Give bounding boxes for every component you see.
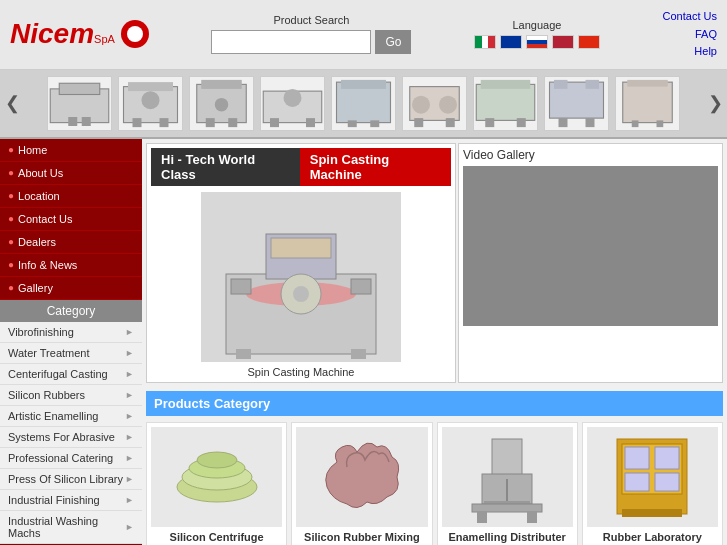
- category-silicon-rubbers[interactable]: Silicon Rubbers ►: [0, 385, 142, 406]
- feature-box: Hi - Tech World Class Spin Casting Machi…: [146, 143, 456, 383]
- cat-arrow-icon: ►: [125, 453, 134, 463]
- sidebar-item-gallery[interactable]: ● Gallery: [0, 277, 142, 300]
- svg-rect-58: [472, 504, 542, 512]
- product-name-rubber-lab: Rubber Laboratory: [587, 531, 718, 543]
- nav-location-label: Location: [18, 190, 60, 202]
- carousel-item[interactable]: [47, 76, 112, 131]
- svg-rect-46: [231, 279, 251, 294]
- category-vibrofinishing[interactable]: Vibrofinishing ►: [0, 322, 142, 343]
- nav-contact-label: Contact Us: [18, 213, 72, 225]
- product-card-rubber-lab[interactable]: Rubber Laboratory: [582, 422, 723, 545]
- sidebar-item-home[interactable]: ● Home: [0, 139, 142, 162]
- svg-rect-12: [228, 118, 237, 127]
- svg-rect-38: [632, 120, 639, 127]
- video-player[interactable]: [463, 166, 718, 326]
- product-card-silicon-rubber[interactable]: Silicon Rubber Mixing: [291, 422, 432, 545]
- svg-rect-19: [341, 80, 386, 89]
- svg-rect-3: [82, 117, 91, 126]
- help-link[interactable]: Help: [663, 43, 717, 61]
- cat-label: Systems For Abrasive: [8, 431, 115, 443]
- language-area: Language: [474, 19, 600, 49]
- products-section: Products Category Silicon Centrifuge Cas…: [142, 387, 727, 545]
- carousel-item[interactable]: [473, 76, 538, 131]
- faq-link[interactable]: FAQ: [663, 26, 717, 44]
- category-water-treatment[interactable]: Water Treatment ►: [0, 343, 142, 364]
- sidebar-item-contact[interactable]: ● Contact Us: [0, 208, 142, 231]
- flag-usa[interactable]: [552, 35, 574, 49]
- carousel-prev-button[interactable]: ❮: [0, 92, 24, 114]
- svg-rect-8: [160, 118, 169, 127]
- sidebar-item-about[interactable]: ● About Us: [0, 162, 142, 185]
- nav-news-label: Info & News: [18, 259, 77, 271]
- flag-uk[interactable]: [500, 35, 522, 49]
- svg-rect-16: [270, 118, 279, 127]
- svg-point-6: [142, 91, 160, 109]
- carousel-item[interactable]: [331, 76, 396, 131]
- svg-point-49: [293, 286, 309, 302]
- product-card-enamelling[interactable]: Enamelling Distributer Machines: [437, 422, 578, 545]
- header: NicemSpA Product Search Go Language Cont…: [0, 0, 727, 70]
- search-input[interactable]: [211, 30, 371, 54]
- category-industrial-finishing[interactable]: Industrial Finishing ►: [0, 490, 142, 511]
- svg-rect-37: [627, 80, 668, 87]
- nav-dealers-label: Dealers: [18, 236, 56, 248]
- category-press[interactable]: Press Of Silicon Library ►: [0, 469, 142, 490]
- product-card-silicon-centrifuge[interactable]: Silicon Centrifuge Casting: [146, 422, 287, 545]
- svg-rect-64: [655, 447, 679, 469]
- nav-bullet: ●: [8, 190, 14, 201]
- svg-rect-66: [655, 473, 679, 491]
- sidebar-item-location[interactable]: ● Location: [0, 185, 142, 208]
- carousel-item[interactable]: [189, 76, 254, 131]
- svg-point-15: [284, 89, 302, 107]
- contact-us-link[interactable]: Contact Us: [663, 8, 717, 26]
- cat-label: Vibrofinishing: [8, 326, 74, 338]
- nav-home-label: Home: [18, 144, 47, 156]
- cat-arrow-icon: ►: [125, 522, 134, 532]
- category-centerifugal[interactable]: Centerifugal Casting ►: [0, 364, 142, 385]
- nav-bullet: ●: [8, 282, 14, 293]
- svg-rect-2: [68, 117, 77, 126]
- svg-rect-59: [477, 511, 487, 523]
- svg-rect-1: [59, 83, 100, 94]
- search-button[interactable]: Go: [375, 30, 411, 54]
- flag-china[interactable]: [578, 35, 600, 49]
- flag-italy[interactable]: [474, 35, 496, 49]
- language-label: Language: [474, 19, 600, 31]
- svg-rect-17: [306, 118, 315, 127]
- sidebar-item-news[interactable]: ● Info & News: [0, 254, 142, 277]
- nav-bullet: ●: [8, 259, 14, 270]
- svg-rect-34: [559, 118, 568, 127]
- sidebar-item-dealers[interactable]: ● Dealers: [0, 231, 142, 254]
- svg-rect-10: [201, 80, 242, 89]
- svg-rect-7: [133, 118, 142, 127]
- silicon-rubber-img: [317, 432, 407, 522]
- product-name-enamelling: Enamelling Distributer Machines: [442, 531, 573, 545]
- nav-bullet: ●: [8, 213, 14, 224]
- category-abrasive[interactable]: Systems For Abrasive ►: [0, 427, 142, 448]
- carousel-next-button[interactable]: ❯: [703, 92, 727, 114]
- carousel-item[interactable]: [615, 76, 680, 131]
- logo-circle-inner: [127, 26, 143, 42]
- flag-russia[interactable]: [526, 35, 548, 49]
- svg-rect-36: [623, 82, 673, 123]
- category-artistic[interactable]: Artistic Enamelling ►: [0, 406, 142, 427]
- carousel-item[interactable]: [402, 76, 467, 131]
- main-content: ● Home ● About Us ● Location ● Contact U…: [0, 139, 727, 545]
- carousel-item[interactable]: [544, 76, 609, 131]
- top-content: Hi - Tech World Class Spin Casting Machi…: [142, 139, 727, 387]
- carousel-item[interactable]: [118, 76, 183, 131]
- svg-rect-44: [271, 238, 331, 258]
- feature-title-red: Spin Casting Machine: [300, 148, 451, 186]
- feature-image: [201, 192, 401, 362]
- silicon-centrifuge-img: [172, 432, 262, 522]
- svg-rect-65: [625, 473, 649, 491]
- category-washing[interactable]: Industrial Washing Machs ►: [0, 511, 142, 544]
- svg-rect-33: [586, 80, 600, 89]
- logo-circle: [121, 20, 149, 48]
- cat-label: Centerifugal Casting: [8, 368, 108, 380]
- svg-rect-28: [481, 80, 531, 89]
- carousel-item[interactable]: [260, 76, 325, 131]
- product-image-rubber-lab: [587, 427, 718, 527]
- svg-point-23: [412, 95, 430, 113]
- category-catering[interactable]: Professional Catering ►: [0, 448, 142, 469]
